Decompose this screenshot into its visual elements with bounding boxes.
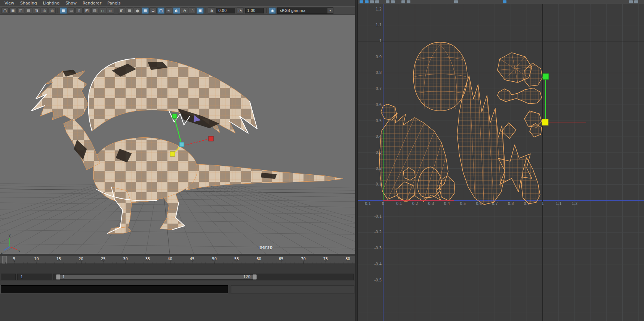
- uv-tick-label: 0.5: [376, 119, 382, 123]
- toolbar-separator: [58, 8, 58, 13]
- image-plane-icon[interactable]: ◨: [33, 7, 40, 14]
- uv-tick-label: 0.3: [428, 202, 434, 206]
- uv-tick-label: 0.9: [376, 55, 382, 59]
- uv-highlight-icon[interactable]: [503, 0, 506, 3]
- view-transform-dropdown[interactable]: sRGB gamma ▾: [277, 7, 333, 14]
- safe-title-icon[interactable]: ▫: [107, 7, 114, 14]
- uv-isolate-select-icon[interactable]: [454, 0, 458, 3]
- shadows-icon[interactable]: ◐: [173, 7, 180, 14]
- toolbar-separator: [116, 8, 116, 13]
- uv-shell-dumbbell[interactable]: [497, 88, 542, 104]
- command-result-field: [231, 285, 354, 293]
- timeline-tick-label: 15: [56, 257, 61, 261]
- anti-alias-icon[interactable]: ▣: [197, 7, 204, 14]
- uv-options-icon[interactable]: [629, 0, 633, 3]
- command-line-row: [0, 285, 355, 294]
- timeline[interactable]: 5101520253035404550556065707580: [0, 256, 355, 264]
- lock-camera-icon[interactable]: ▣: [9, 7, 16, 14]
- character-set-field[interactable]: [1, 274, 16, 280]
- uv-tick-label: 1.2: [376, 7, 382, 11]
- uv-tick-label: 1.2: [571, 202, 577, 206]
- gate-mask-icon[interactable]: ◩: [83, 7, 90, 14]
- wireframe-icon[interactable]: ▦: [126, 7, 133, 14]
- uv-shells[interactable]: [379, 42, 542, 205]
- manip-z-handle[interactable]: [170, 152, 175, 156]
- camera-label: persp: [259, 245, 272, 250]
- uv-pixel-snap-icon[interactable]: [365, 0, 369, 3]
- gamma-icon[interactable]: ◔: [237, 7, 244, 14]
- uv-shade-shells-icon[interactable]: [375, 0, 379, 3]
- viewport-toolbar-icons: ▢▣◫▤◨◎◍▦▭▯◩▨◻▫◧▦●▩◒◫☀◐◔◌▣: [1, 7, 204, 14]
- viewport-canvas[interactable]: y x z: [0, 15, 355, 254]
- uv-canvas[interactable]: 1.21.110.90.80.70.60.50.40.30.20.1-0.1-0…: [358, 0, 644, 321]
- uv-shell-diamond[interactable]: [502, 123, 516, 138]
- smooth-shade-icon[interactable]: ●: [134, 7, 141, 14]
- exposure-field[interactable]: 0.00: [216, 8, 235, 13]
- uv-move-manipulator[interactable]: [542, 74, 586, 125]
- camera-attributes-icon[interactable]: ◫: [17, 7, 24, 14]
- pan-zoom-icon[interactable]: ◎: [41, 7, 48, 14]
- isolate-select-icon[interactable]: ◧: [118, 7, 125, 14]
- grid-toggle-icon[interactable]: ▦: [60, 7, 67, 14]
- oversampling-icon[interactable]: ◍: [49, 7, 56, 14]
- film-gate-icon[interactable]: ▭: [68, 7, 75, 14]
- view-transform-icon[interactable]: ◉: [269, 7, 276, 14]
- menu-panels[interactable]: Panels: [104, 0, 123, 6]
- uv-tick-label: -0.1: [374, 214, 382, 218]
- timeline-tick-label: 75: [323, 257, 328, 261]
- timeline-tick-label: 45: [190, 257, 195, 261]
- menu-renderer[interactable]: Renderer: [80, 0, 104, 6]
- command-line-input[interactable]: [1, 285, 228, 293]
- motion-blur-icon[interactable]: ◌: [189, 7, 196, 14]
- uv-tick-label: 0.1: [376, 182, 382, 186]
- axis-y-label: y: [9, 233, 11, 237]
- perspective-panel: ViewShadingLightingShowRendererPanels ▢▣…: [0, 0, 355, 321]
- uv-manip-pivot-handle[interactable]: [542, 119, 548, 125]
- uv-texture-display-icon[interactable]: [407, 0, 410, 3]
- timeline-tick-label: 20: [78, 257, 83, 261]
- bookmarks-icon[interactable]: ▤: [25, 7, 32, 14]
- dragon-model[interactable]: [31, 58, 343, 233]
- lights-icon[interactable]: ☀: [165, 7, 172, 14]
- viewport-toolbar: ▢▣◫▤◨◎◍▦▭▯◩▨◻▫◧▦●▩◒◫☀◐◔◌▣ ◑ 0.00 ◔ 1.00 …: [0, 6, 355, 15]
- exposure-icon[interactable]: ◑: [208, 7, 215, 14]
- textured-icon[interactable]: ▩: [142, 7, 149, 14]
- resolution-gate-icon[interactable]: ▯: [76, 7, 83, 14]
- toolbar-separator: [206, 8, 206, 13]
- uv-tick-label: -0.3: [374, 246, 382, 250]
- range-start-handle[interactable]: [56, 274, 60, 280]
- range-slider-track[interactable]: 1 120: [53, 274, 354, 280]
- wireframe-on-shaded-icon[interactable]: ◫: [157, 7, 164, 14]
- safe-action-icon[interactable]: ◻: [99, 7, 106, 14]
- uv-borders-icon[interactable]: [386, 0, 389, 3]
- uv-manip-v-handle[interactable]: [543, 74, 549, 80]
- use-default-material-icon[interactable]: ◒: [150, 7, 157, 14]
- menu-lighting[interactable]: Lighting: [40, 0, 62, 6]
- menu-shading[interactable]: Shading: [17, 0, 40, 6]
- range-slider-bar[interactable]: 1 120: [56, 275, 257, 279]
- gamma-field[interactable]: 1.00: [245, 8, 264, 13]
- select-camera-icon[interactable]: ▢: [1, 7, 9, 14]
- menu-show[interactable]: Show: [62, 0, 80, 6]
- manip-y-handle[interactable]: [172, 114, 177, 118]
- menu-view[interactable]: View: [1, 0, 17, 6]
- uv-baking-icon[interactable]: [634, 0, 638, 3]
- occlusion-icon[interactable]: ◔: [181, 7, 188, 14]
- range-start-label: 1: [62, 275, 65, 279]
- uv-tick-label: 0.5: [460, 202, 466, 206]
- uv-dim-image-icon[interactable]: [370, 0, 374, 3]
- current-frame-field[interactable]: 1: [17, 274, 52, 280]
- manip-center-handle[interactable]: [179, 142, 184, 147]
- timeline-tick-label: 10: [34, 257, 39, 261]
- range-end-handle[interactable]: [253, 274, 257, 280]
- field-chart-icon[interactable]: ▨: [91, 7, 98, 14]
- uv-distortion-icon[interactable]: [391, 0, 395, 3]
- axis-x-label: x: [18, 249, 21, 253]
- uv-grid-icon[interactable]: [360, 0, 363, 3]
- viewport-3d[interactable]: y x z persp: [0, 15, 355, 254]
- uv-editor-panel: 1.21.110.90.80.70.60.50.40.30.20.1-0.1-0…: [358, 0, 644, 321]
- panel-splitter[interactable]: [355, 0, 358, 321]
- uv-tick-label: 0.8: [376, 71, 382, 75]
- manip-x-handle[interactable]: [209, 136, 213, 141]
- uv-checker-map-icon[interactable]: [401, 0, 405, 3]
